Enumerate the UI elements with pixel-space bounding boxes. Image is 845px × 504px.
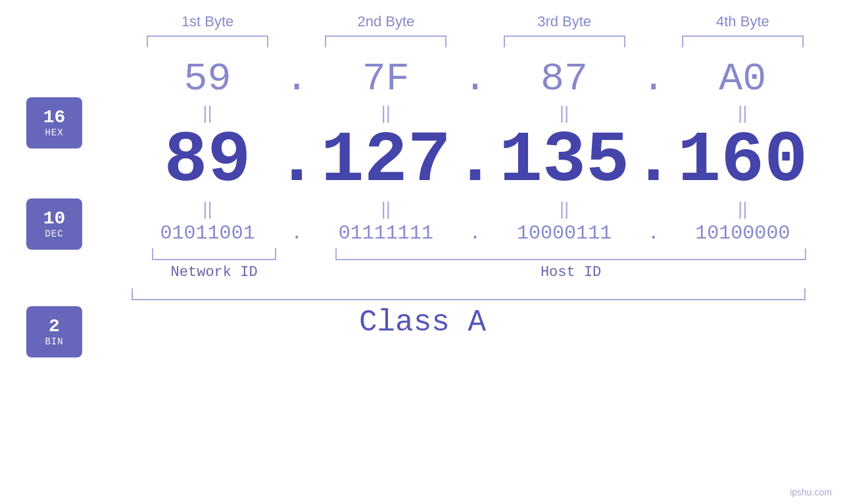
bin-badge: 2 BIN xyxy=(26,306,82,357)
bin-b1: 01011001 xyxy=(132,222,283,244)
network-id-label-wrapper: Network ID xyxy=(132,264,297,281)
hex-dot3: . xyxy=(639,57,668,101)
network-id-bracket xyxy=(152,248,276,260)
eq2-b3: || xyxy=(560,198,569,219)
hex-b3: 87 xyxy=(489,57,640,101)
eq2-b1: || xyxy=(203,198,212,219)
hex-badge: 16 HEX xyxy=(26,97,82,149)
byte1-col: 1st Byte xyxy=(132,13,283,47)
rows-area: 59 . 7F . 87 . A0 || || || || 89 . 127 .… xyxy=(26,53,819,244)
hex-row: 59 . 7F . 87 . A0 xyxy=(132,57,819,101)
byte1-bracket-top xyxy=(147,35,268,47)
header-row: 1st Byte 2nd Byte 3rd Byte 4th Byte xyxy=(26,0,819,47)
bin-row: 01011001 . 01111111 . 10000111 . 1010000… xyxy=(132,222,819,244)
equals-row-2: || || || || xyxy=(132,198,819,219)
hex-badge-label: HEX xyxy=(45,127,63,138)
byte3-label: 3rd Byte xyxy=(537,13,591,30)
eq2-b2: || xyxy=(381,198,391,219)
hex-badge-number: 16 xyxy=(43,108,66,128)
host-id-label: Host ID xyxy=(541,264,601,281)
bin-dot2: . xyxy=(469,222,481,244)
bin-dot1: . xyxy=(291,222,302,244)
byte3-col: 3rd Byte xyxy=(489,13,640,47)
byte1-label: 1st Byte xyxy=(181,13,233,30)
host-id-bracket xyxy=(335,248,806,260)
bracket-row xyxy=(132,248,819,260)
bin-b2: 01111111 xyxy=(310,222,462,244)
network-id-bracket-wrapper xyxy=(132,248,297,260)
bin-badge-label: BIN xyxy=(45,336,63,347)
hex-dot1: . xyxy=(282,57,311,101)
bottom-section: Network ID Host ID xyxy=(26,248,819,281)
hex-b2: 7F xyxy=(310,57,462,101)
dec-b1: 89 xyxy=(132,125,283,197)
byte2-label: 2nd Byte xyxy=(357,13,414,30)
hex-b1: 59 xyxy=(132,57,283,101)
dec-badge-number: 10 xyxy=(43,209,66,229)
byte2-bracket-top xyxy=(325,35,447,47)
eq2-b4: || xyxy=(738,198,748,219)
class-section xyxy=(26,288,819,300)
id-labels-row: Network ID Host ID xyxy=(132,264,819,281)
byte2-col: 2nd Byte xyxy=(310,13,462,47)
hex-dot2: . xyxy=(461,57,490,101)
byte4-label: 4th Byte xyxy=(716,13,769,30)
class-bracket xyxy=(132,288,806,300)
dec-b4: 160 xyxy=(667,125,819,197)
watermark: ipshu.com xyxy=(790,487,832,497)
bin-dot3: . xyxy=(648,222,660,244)
dec-row: 89 . 127 . 135 . 160 xyxy=(132,125,819,197)
host-id-bracket-wrapper xyxy=(323,248,819,260)
dec-b3: 135 xyxy=(489,125,640,197)
dec-badge-label: DEC xyxy=(45,229,63,239)
bin-b4: 10100000 xyxy=(667,222,819,244)
host-id-label-wrapper: Host ID xyxy=(323,264,819,281)
dec-badge: 10 DEC xyxy=(26,198,82,250)
main-container: 16 HEX 10 DEC 2 BIN 1st Byte 2nd Byte 3r… xyxy=(0,0,845,504)
bin-b3: 10000111 xyxy=(489,222,640,244)
hex-b4: A0 xyxy=(667,57,819,101)
class-label: Class A xyxy=(359,306,486,340)
bin-badge-number: 2 xyxy=(49,317,60,337)
byte4-bracket-top xyxy=(682,35,804,47)
byte4-col: 4th Byte xyxy=(667,13,819,47)
dec-b2: 127 xyxy=(310,125,462,197)
byte3-bracket-top xyxy=(504,35,625,47)
network-id-label: Network ID xyxy=(171,264,258,281)
